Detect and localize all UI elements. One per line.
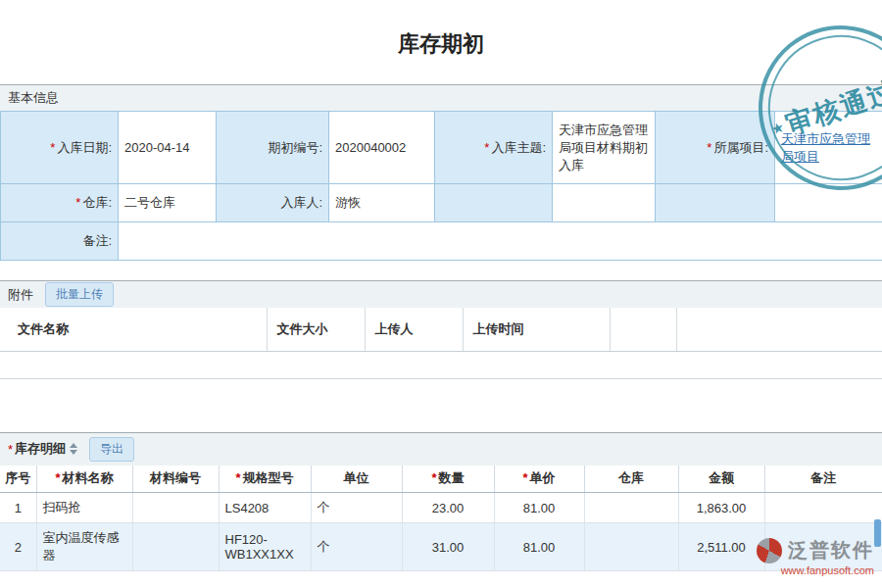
- required-star: *: [484, 140, 489, 155]
- col-warehouse-label: 仓库: [618, 470, 644, 485]
- col-material-code: 材料编号: [132, 466, 219, 493]
- vertical-scrollbar-thumb[interactable]: [874, 519, 881, 547]
- col-unit: 单位: [311, 466, 402, 493]
- qichu-no-value-cell: 2020040002: [329, 112, 435, 184]
- cell-qty: 31.00: [402, 523, 494, 571]
- col-spec-label: 规格型号: [243, 470, 294, 485]
- cell-remark: [764, 493, 882, 523]
- sort-down-icon: [70, 450, 77, 455]
- col-material-code-label: 材料编号: [150, 470, 201, 485]
- project-label-cell: *所属项目:: [656, 112, 775, 184]
- ruku-date-label-cell: *入库日期:: [1, 112, 119, 184]
- attachments-empty-cell: [0, 351, 882, 378]
- cell-amount: 1,863.00: [678, 493, 764, 523]
- col-price-label: 单价: [530, 470, 556, 485]
- col-spec: *规格型号: [219, 466, 311, 493]
- basic-info-table: *入库日期: 2020-04-14 期初编号: 2020040002 *入库主题…: [0, 111, 882, 261]
- col-warehouse: 仓库: [584, 466, 678, 493]
- cell-price: 81.00: [494, 523, 584, 571]
- fanpu-brand-text: 泛普软件: [788, 537, 874, 564]
- required-star: *: [75, 195, 80, 210]
- cell-seq: 2: [0, 523, 36, 571]
- cell-spec: HF120-WB1XX1XX: [219, 523, 311, 571]
- ruku-subject-value-cell: 天津市应急管理局项目材料期初入库: [553, 112, 656, 184]
- qichu-no-label-cell: 期初编号:: [217, 112, 329, 184]
- col-price: *单价: [494, 466, 584, 493]
- cell-amount: 2,511.00: [678, 523, 764, 571]
- remark-value-cell: [119, 222, 882, 261]
- col-seq: 序号: [0, 466, 36, 493]
- basic-info-section-title: 基本信息: [8, 89, 59, 107]
- batch-upload-button[interactable]: 批量上传: [45, 282, 114, 307]
- cell-warehouse: [584, 523, 678, 571]
- cell-material-code: [132, 523, 219, 571]
- col-qty-label: 数量: [439, 470, 465, 485]
- sort-toggle-icon[interactable]: [70, 442, 77, 456]
- required-star: *: [235, 470, 240, 485]
- col-amount: 金额: [678, 466, 764, 493]
- empty-label-cell: [656, 184, 775, 222]
- project-value-cell: 天津市应急管理局项目: [775, 112, 882, 184]
- col-uploader: 上传人: [365, 308, 463, 351]
- col-remark: 备注: [764, 466, 882, 493]
- col-unit-label: 单位: [344, 470, 369, 485]
- required-star: *: [8, 442, 13, 457]
- col-seq-label: 序号: [5, 470, 30, 485]
- cell-warehouse: [584, 493, 678, 523]
- page-title: 库存期初: [0, 29, 882, 59]
- ruku-subject-label: 入库主题:: [491, 140, 546, 155]
- attachments-table: 文件名称 文件大小 上传人 上传时间: [0, 308, 882, 379]
- attachments-section-bar: 附件 批量上传: [0, 280, 882, 308]
- detail-section-title: 库存明细: [15, 440, 66, 458]
- col-upload-time: 上传时间: [463, 308, 610, 351]
- basic-row-3: 备注:: [1, 222, 882, 261]
- cell-price: 81.00: [494, 493, 584, 523]
- ruku-person-label-cell: 入库人:: [217, 184, 329, 222]
- empty-value-cell: [775, 184, 882, 222]
- inventory-detail-table: 序号 *材料名称 材料编号 *规格型号 单位 *数量 *单价 仓库 金额 备注 …: [0, 466, 882, 572]
- cell-material-name: 扫码抢: [36, 493, 132, 523]
- remark-label: 备注:: [82, 233, 112, 248]
- col-file-name: 文件名称: [0, 308, 267, 351]
- required-star: *: [55, 470, 60, 485]
- detail-row: 1 扫码抢 LS4208 个 23.00 81.00 1,863.00: [0, 493, 882, 523]
- col-empty: [676, 308, 882, 351]
- cell-material-name: 室内温度传感器: [36, 523, 132, 571]
- required-star: *: [50, 140, 55, 155]
- qichu-no-label: 期初编号:: [268, 140, 322, 155]
- export-button[interactable]: 导出: [89, 437, 134, 462]
- col-material-name-label: 材料名称: [63, 470, 114, 485]
- cell-unit: 个: [311, 493, 402, 523]
- warehouse-value-cell: 二号仓库: [119, 184, 217, 222]
- attachments-empty-row: [0, 351, 882, 378]
- ruku-person-value-cell: 游恢: [329, 184, 435, 222]
- project-label: 所属项目:: [713, 140, 768, 155]
- basic-row-2: *仓库: 二号仓库 入库人: 游恢: [1, 184, 882, 222]
- warehouse-label-cell: *仓库:: [1, 184, 119, 222]
- fanpu-logo-icon: [757, 538, 782, 564]
- col-qty: *数量: [402, 466, 494, 493]
- remark-label-cell: 备注:: [1, 222, 119, 261]
- col-material-name: *材料名称: [36, 466, 132, 493]
- cell-spec: LS4208: [219, 493, 311, 523]
- ruku-subject-label-cell: *入库主题:: [435, 112, 553, 184]
- fanpu-url-text: www.fanpusoft.com: [757, 564, 874, 576]
- cell-unit: 个: [311, 523, 402, 571]
- col-amount-label: 金额: [709, 470, 734, 485]
- project-link[interactable]: 天津市应急管理局项目: [781, 131, 870, 164]
- ruku-date-value-cell: 2020-04-14: [119, 112, 217, 184]
- empty-label-cell: [435, 184, 553, 222]
- required-star: *: [707, 140, 711, 155]
- cell-qty: 23.00: [402, 493, 494, 523]
- attachments-section-title: 附件: [8, 286, 33, 304]
- col-empty: [610, 308, 676, 351]
- fanpu-watermark: 泛普软件 www.fanpusoft.com: [757, 537, 874, 576]
- detail-row: 2 室内温度传感器 HF120-WB1XX1XX 个 31.00 81.00 2…: [0, 523, 882, 571]
- col-file-size: 文件大小: [267, 308, 365, 351]
- cell-seq: 1: [0, 493, 36, 523]
- ruku-person-label: 入库人:: [280, 195, 322, 210]
- detail-section-bar: * 库存明细 导出: [0, 432, 882, 466]
- ruku-date-label: 入库日期:: [57, 140, 112, 155]
- warehouse-label: 仓库:: [82, 195, 112, 210]
- basic-row-1: *入库日期: 2020-04-14 期初编号: 2020040002 *入库主题…: [1, 112, 882, 184]
